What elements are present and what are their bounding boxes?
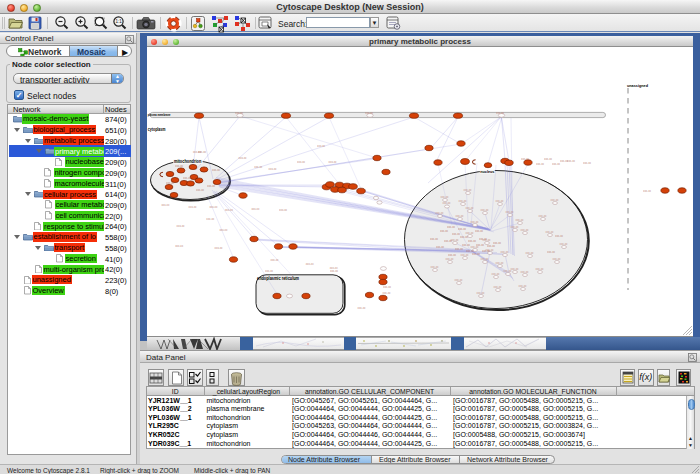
svg-text:xxx-xx: xxx-xx [471,220,480,224]
svg-text:xxx-xx: xxx-xx [511,225,520,229]
svg-text:xxx-xx: xxx-xx [161,203,170,207]
svg-text:nucleus: nucleus [480,169,495,174]
svg-text:xxx-xx: xxx-xx [239,156,248,160]
svg-text:xxx-xx: xxx-xx [306,262,315,266]
svg-text:xxx-xx: xxx-xx [297,160,306,164]
svg-text:xxx-xx: xxx-xx [456,214,465,218]
svg-text:xxx-xx: xxx-xx [430,237,439,241]
svg-text:1:1: 1:1 [116,19,123,24]
svg-text:xxx-xx: xxx-xx [198,150,207,154]
svg-text:xxx-xx: xxx-xx [448,253,457,257]
svg-text:xxx-xx: xxx-xx [481,208,490,212]
svg-text:cytoplasm: cytoplasm [148,127,166,132]
svg-text:xxx-xx: xxx-xx [358,306,367,310]
svg-text:xxx-xx: xxx-xx [464,188,473,192]
svg-text:xxx-xx: xxx-xx [521,270,530,274]
svg-text:xxx-xx: xxx-xx [560,242,569,246]
svg-text:xxx-xx: xxx-xx [446,257,455,261]
svg-text:xxx-xx: xxx-xx [477,291,486,295]
svg-text:xxx-xx: xxx-xx [504,269,513,273]
svg-text:xxx-xx: xxx-xx [365,111,374,115]
svg-text:xxx-xx: xxx-xx [544,157,553,161]
svg-text:xxx-xx: xxx-xx [189,205,198,209]
svg-text:xxx-xx: xxx-xx [196,188,205,192]
svg-text:xxx-xx: xxx-xx [460,235,469,239]
svg-text:xxx-xx: xxx-xx [207,184,216,188]
svg-text:xxx-xx: xxx-xx [516,218,525,222]
svg-text:xxx-xx: xxx-xx [330,266,339,270]
svg-text:xxx-xx: xxx-xx [225,208,234,212]
svg-text:xxx-xx: xxx-xx [555,234,564,238]
svg-text:xxx-xx: xxx-xx [506,210,515,214]
svg-text:xxx-xx: xxx-xx [441,195,450,199]
svg-text:xxx-xx: xxx-xx [269,167,278,171]
svg-text:xxx-xx: xxx-xx [254,165,263,169]
svg-text:xxx-xx: xxx-xx [175,164,184,168]
svg-text:xxx-xx: xxx-xx [329,160,338,164]
svg-text:xxx-xx: xxx-xx [166,181,175,185]
svg-text:endoplasmic reticulum: endoplasmic reticulum [257,276,299,281]
svg-text:xxx-xx: xxx-xx [526,251,535,255]
svg-text:xxx-xx: xxx-xx [383,291,392,295]
svg-text:xxx-xx: xxx-xx [476,243,485,247]
svg-text:xxx-xx: xxx-xx [455,278,464,282]
svg-text:xxx-xx: xxx-xx [536,267,545,271]
svg-text:plasma membrane: plasma membrane [148,112,171,117]
svg-text:xxx-xx: xxx-xx [440,229,449,233]
svg-text:xxx-xx: xxx-xx [501,250,510,254]
svg-text:xxx-xx: xxx-xx [443,201,452,205]
svg-text:xxx-xx: xxx-xx [494,285,503,289]
svg-text:xxx-xx: xxx-xx [265,269,274,273]
svg-text:xxx-xx: xxx-xx [466,249,475,253]
svg-text:xxx-xx: xxx-xx [461,253,470,257]
svg-text:xxx-xx: xxx-xx [482,249,491,253]
svg-text:xxx-xx: xxx-xx [553,257,562,261]
svg-text:xxx-xx: xxx-xx [547,250,556,254]
svg-text:xxx-xx: xxx-xx [183,176,192,180]
svg-text:xxx-xx: xxx-xx [436,211,445,215]
svg-text:xxx-xx: xxx-xx [206,217,215,221]
svg-text:xxx-xx: xxx-xx [436,245,445,249]
svg-text:xxx-xx: xxx-xx [317,144,326,148]
svg-text:xxx-xx: xxx-xx [496,261,505,265]
svg-text:xxx-xx: xxx-xx [177,224,186,228]
svg-text:xxx-xx: xxx-xx [539,214,548,218]
svg-text:xxx-xx: xxx-xx [462,243,471,247]
svg-text:xxx-xx: xxx-xx [551,198,560,202]
svg-text:xxx-xx: xxx-xx [496,199,505,203]
svg-text:xxx-xx: xxx-xx [519,284,528,288]
svg-text:xxx-xx: xxx-xx [493,241,502,245]
svg-text:xxx-xx: xxx-xx [383,285,392,289]
svg-text:xxx-xx: xxx-xx [459,199,468,203]
svg-text:xxx-xx: xxx-xx [219,228,228,232]
svg-text:xxx-xx: xxx-xx [271,258,280,262]
svg-text:xxx-xx: xxx-xx [546,230,555,234]
svg-text:xxx-xx: xxx-xx [458,227,467,231]
svg-text:xxx-xx: xxx-xx [492,272,501,276]
svg-text:xxx-xx: xxx-xx [455,247,464,251]
svg-text:xxx-xx: xxx-xx [466,206,475,210]
svg-text:xxx-xx: xxx-xx [212,168,221,172]
svg-text:unassigned: unassigned [627,83,648,88]
svg-text:xxx-xx: xxx-xx [481,257,490,261]
svg-text:xxx-xx: xxx-xx [511,267,520,271]
svg-text:xxx-xx: xxx-xx [521,228,530,232]
svg-text:xxx-xx: xxx-xx [215,246,224,250]
svg-text:xxx-xx: xxx-xx [444,239,453,243]
svg-text:xxx-xx: xxx-xx [235,111,244,115]
svg-text:xxx-xx: xxx-xx [279,208,288,212]
svg-text:xxx-xx: xxx-xx [175,244,184,248]
svg-text:xxx-xx: xxx-xx [496,111,505,115]
svg-text:xxx-xx: xxx-xx [479,237,488,241]
svg-text:xxx-xx: xxx-xx [536,162,545,166]
svg-text:xxx-xx: xxx-xx [431,265,440,269]
svg-text:xxx-xx: xxx-xx [643,189,652,193]
svg-text:xxx-xx: xxx-xx [251,207,260,211]
svg-text:xxx-xx: xxx-xx [583,161,592,165]
svg-text:xxx-xx: xxx-xx [209,205,218,209]
svg-text:xxx-xx: xxx-xx [447,225,456,229]
svg-text:xxx-xx: xxx-xx [567,159,576,163]
svg-text:xxx-xx: xxx-xx [521,157,530,161]
svg-text:xxx-xx: xxx-xx [475,229,484,233]
